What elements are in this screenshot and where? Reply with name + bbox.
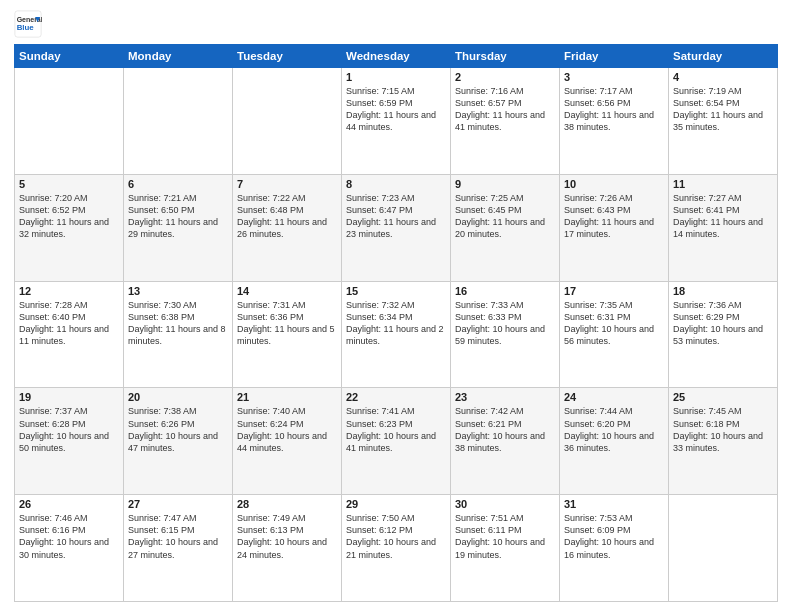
calendar-cell: 11Sunrise: 7:27 AM Sunset: 6:41 PM Dayli… <box>669 174 778 281</box>
calendar-week-3: 12Sunrise: 7:28 AM Sunset: 6:40 PM Dayli… <box>15 281 778 388</box>
calendar-cell: 14Sunrise: 7:31 AM Sunset: 6:36 PM Dayli… <box>233 281 342 388</box>
day-number: 2 <box>455 71 555 83</box>
day-info: Sunrise: 7:47 AM Sunset: 6:15 PM Dayligh… <box>128 512 228 561</box>
calendar: Sunday Monday Tuesday Wednesday Thursday… <box>14 44 778 602</box>
calendar-cell: 7Sunrise: 7:22 AM Sunset: 6:48 PM Daylig… <box>233 174 342 281</box>
day-info: Sunrise: 7:22 AM Sunset: 6:48 PM Dayligh… <box>237 192 337 241</box>
calendar-cell: 24Sunrise: 7:44 AM Sunset: 6:20 PM Dayli… <box>560 388 669 495</box>
day-number: 1 <box>346 71 446 83</box>
day-number: 6 <box>128 178 228 190</box>
day-info: Sunrise: 7:30 AM Sunset: 6:38 PM Dayligh… <box>128 299 228 348</box>
day-number: 29 <box>346 498 446 510</box>
day-number: 5 <box>19 178 119 190</box>
calendar-week-4: 19Sunrise: 7:37 AM Sunset: 6:28 PM Dayli… <box>15 388 778 495</box>
day-info: Sunrise: 7:42 AM Sunset: 6:21 PM Dayligh… <box>455 405 555 454</box>
day-info: Sunrise: 7:16 AM Sunset: 6:57 PM Dayligh… <box>455 85 555 134</box>
calendar-cell: 9Sunrise: 7:25 AM Sunset: 6:45 PM Daylig… <box>451 174 560 281</box>
day-number: 11 <box>673 178 773 190</box>
day-number: 19 <box>19 391 119 403</box>
day-number: 14 <box>237 285 337 297</box>
calendar-week-1: 1Sunrise: 7:15 AM Sunset: 6:59 PM Daylig… <box>15 68 778 175</box>
col-wednesday: Wednesday <box>342 45 451 68</box>
day-number: 27 <box>128 498 228 510</box>
day-number: 15 <box>346 285 446 297</box>
day-number: 16 <box>455 285 555 297</box>
day-info: Sunrise: 7:32 AM Sunset: 6:34 PM Dayligh… <box>346 299 446 348</box>
calendar-cell <box>669 495 778 602</box>
logo-icon: General Blue <box>14 10 42 38</box>
calendar-cell: 16Sunrise: 7:33 AM Sunset: 6:33 PM Dayli… <box>451 281 560 388</box>
day-info: Sunrise: 7:40 AM Sunset: 6:24 PM Dayligh… <box>237 405 337 454</box>
day-number: 7 <box>237 178 337 190</box>
day-info: Sunrise: 7:15 AM Sunset: 6:59 PM Dayligh… <box>346 85 446 134</box>
calendar-header-row: Sunday Monday Tuesday Wednesday Thursday… <box>15 45 778 68</box>
calendar-cell: 15Sunrise: 7:32 AM Sunset: 6:34 PM Dayli… <box>342 281 451 388</box>
day-number: 18 <box>673 285 773 297</box>
day-number: 30 <box>455 498 555 510</box>
calendar-cell: 28Sunrise: 7:49 AM Sunset: 6:13 PM Dayli… <box>233 495 342 602</box>
day-info: Sunrise: 7:45 AM Sunset: 6:18 PM Dayligh… <box>673 405 773 454</box>
calendar-week-5: 26Sunrise: 7:46 AM Sunset: 6:16 PM Dayli… <box>15 495 778 602</box>
calendar-cell: 21Sunrise: 7:40 AM Sunset: 6:24 PM Dayli… <box>233 388 342 495</box>
calendar-cell: 30Sunrise: 7:51 AM Sunset: 6:11 PM Dayli… <box>451 495 560 602</box>
calendar-cell: 22Sunrise: 7:41 AM Sunset: 6:23 PM Dayli… <box>342 388 451 495</box>
day-number: 13 <box>128 285 228 297</box>
day-info: Sunrise: 7:20 AM Sunset: 6:52 PM Dayligh… <box>19 192 119 241</box>
calendar-cell: 12Sunrise: 7:28 AM Sunset: 6:40 PM Dayli… <box>15 281 124 388</box>
day-info: Sunrise: 7:38 AM Sunset: 6:26 PM Dayligh… <box>128 405 228 454</box>
calendar-cell: 25Sunrise: 7:45 AM Sunset: 6:18 PM Dayli… <box>669 388 778 495</box>
day-number: 4 <box>673 71 773 83</box>
day-number: 22 <box>346 391 446 403</box>
calendar-cell <box>233 68 342 175</box>
day-info: Sunrise: 7:51 AM Sunset: 6:11 PM Dayligh… <box>455 512 555 561</box>
day-info: Sunrise: 7:46 AM Sunset: 6:16 PM Dayligh… <box>19 512 119 561</box>
calendar-week-2: 5Sunrise: 7:20 AM Sunset: 6:52 PM Daylig… <box>15 174 778 281</box>
page: General Blue Sunday Monday Tuesday Wedne… <box>0 0 792 612</box>
calendar-cell: 20Sunrise: 7:38 AM Sunset: 6:26 PM Dayli… <box>124 388 233 495</box>
day-info: Sunrise: 7:44 AM Sunset: 6:20 PM Dayligh… <box>564 405 664 454</box>
calendar-cell: 8Sunrise: 7:23 AM Sunset: 6:47 PM Daylig… <box>342 174 451 281</box>
day-info: Sunrise: 7:49 AM Sunset: 6:13 PM Dayligh… <box>237 512 337 561</box>
day-info: Sunrise: 7:41 AM Sunset: 6:23 PM Dayligh… <box>346 405 446 454</box>
day-number: 24 <box>564 391 664 403</box>
day-info: Sunrise: 7:25 AM Sunset: 6:45 PM Dayligh… <box>455 192 555 241</box>
calendar-cell <box>15 68 124 175</box>
calendar-cell: 1Sunrise: 7:15 AM Sunset: 6:59 PM Daylig… <box>342 68 451 175</box>
day-info: Sunrise: 7:35 AM Sunset: 6:31 PM Dayligh… <box>564 299 664 348</box>
day-info: Sunrise: 7:28 AM Sunset: 6:40 PM Dayligh… <box>19 299 119 348</box>
day-number: 12 <box>19 285 119 297</box>
day-number: 28 <box>237 498 337 510</box>
calendar-cell: 2Sunrise: 7:16 AM Sunset: 6:57 PM Daylig… <box>451 68 560 175</box>
day-info: Sunrise: 7:27 AM Sunset: 6:41 PM Dayligh… <box>673 192 773 241</box>
day-number: 26 <box>19 498 119 510</box>
calendar-cell: 13Sunrise: 7:30 AM Sunset: 6:38 PM Dayli… <box>124 281 233 388</box>
day-info: Sunrise: 7:21 AM Sunset: 6:50 PM Dayligh… <box>128 192 228 241</box>
day-info: Sunrise: 7:23 AM Sunset: 6:47 PM Dayligh… <box>346 192 446 241</box>
calendar-cell: 10Sunrise: 7:26 AM Sunset: 6:43 PM Dayli… <box>560 174 669 281</box>
calendar-cell: 18Sunrise: 7:36 AM Sunset: 6:29 PM Dayli… <box>669 281 778 388</box>
day-number: 9 <box>455 178 555 190</box>
calendar-cell: 27Sunrise: 7:47 AM Sunset: 6:15 PM Dayli… <box>124 495 233 602</box>
calendar-cell: 26Sunrise: 7:46 AM Sunset: 6:16 PM Dayli… <box>15 495 124 602</box>
day-number: 3 <box>564 71 664 83</box>
day-number: 23 <box>455 391 555 403</box>
day-info: Sunrise: 7:26 AM Sunset: 6:43 PM Dayligh… <box>564 192 664 241</box>
calendar-cell: 31Sunrise: 7:53 AM Sunset: 6:09 PM Dayli… <box>560 495 669 602</box>
day-info: Sunrise: 7:50 AM Sunset: 6:12 PM Dayligh… <box>346 512 446 561</box>
day-info: Sunrise: 7:33 AM Sunset: 6:33 PM Dayligh… <box>455 299 555 348</box>
day-info: Sunrise: 7:53 AM Sunset: 6:09 PM Dayligh… <box>564 512 664 561</box>
calendar-cell: 17Sunrise: 7:35 AM Sunset: 6:31 PM Dayli… <box>560 281 669 388</box>
day-number: 10 <box>564 178 664 190</box>
col-monday: Monday <box>124 45 233 68</box>
day-number: 8 <box>346 178 446 190</box>
calendar-cell: 29Sunrise: 7:50 AM Sunset: 6:12 PM Dayli… <box>342 495 451 602</box>
day-info: Sunrise: 7:31 AM Sunset: 6:36 PM Dayligh… <box>237 299 337 348</box>
calendar-cell <box>124 68 233 175</box>
day-number: 17 <box>564 285 664 297</box>
calendar-cell: 5Sunrise: 7:20 AM Sunset: 6:52 PM Daylig… <box>15 174 124 281</box>
svg-text:Blue: Blue <box>17 23 35 32</box>
day-info: Sunrise: 7:37 AM Sunset: 6:28 PM Dayligh… <box>19 405 119 454</box>
header: General Blue <box>14 10 778 38</box>
col-friday: Friday <box>560 45 669 68</box>
day-number: 25 <box>673 391 773 403</box>
